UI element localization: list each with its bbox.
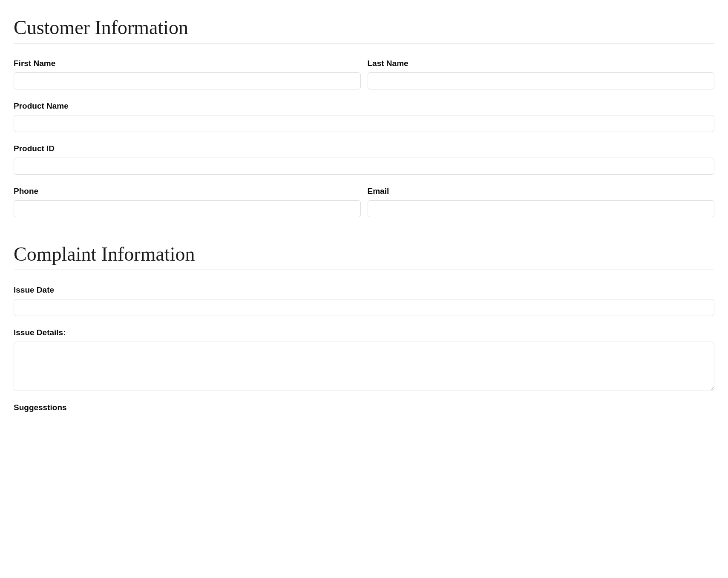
row-issue-details: Issue Details: — [14, 328, 714, 391]
product-name-label: Product Name — [14, 101, 714, 111]
first-name-label: First Name — [14, 59, 361, 68]
row-phone-email: Phone Email — [14, 187, 714, 217]
row-first-last-name: First Name Last Name — [14, 59, 714, 89]
row-issue-date: Issue Date — [14, 285, 714, 316]
product-name-input[interactable] — [14, 115, 714, 132]
suggestions-field: Suggesstions — [14, 403, 714, 417]
last-name-field: Last Name — [368, 59, 715, 89]
row-product-name: Product Name — [14, 101, 714, 132]
issue-details-textarea[interactable] — [14, 342, 714, 391]
suggestions-label: Suggesstions — [14, 403, 714, 412]
product-id-field: Product ID — [14, 144, 714, 175]
phone-field: Phone — [14, 187, 361, 217]
phone-label: Phone — [14, 187, 361, 196]
first-name-field: First Name — [14, 59, 361, 89]
row-suggestions: Suggesstions — [14, 403, 714, 417]
email-input[interactable] — [368, 200, 715, 217]
email-label: Email — [368, 187, 715, 196]
customer-info-title: Customer Information — [14, 16, 714, 39]
issue-date-input[interactable] — [14, 299, 714, 316]
issue-date-label: Issue Date — [14, 285, 714, 295]
customer-section-divider — [14, 43, 714, 43]
issue-details-label: Issue Details: — [14, 328, 714, 337]
row-product-id: Product ID — [14, 144, 714, 175]
last-name-label: Last Name — [368, 59, 715, 68]
phone-input[interactable] — [14, 200, 361, 217]
issue-details-field: Issue Details: — [14, 328, 714, 391]
product-id-label: Product ID — [14, 144, 714, 153]
complaint-section-divider — [14, 270, 714, 270]
last-name-input[interactable] — [368, 72, 715, 89]
first-name-input[interactable] — [14, 72, 361, 89]
issue-date-field: Issue Date — [14, 285, 714, 316]
email-field: Email — [368, 187, 715, 217]
product-name-field: Product Name — [14, 101, 714, 132]
complaint-info-title: Complaint Information — [14, 243, 714, 265]
product-id-input[interactable] — [14, 158, 714, 175]
